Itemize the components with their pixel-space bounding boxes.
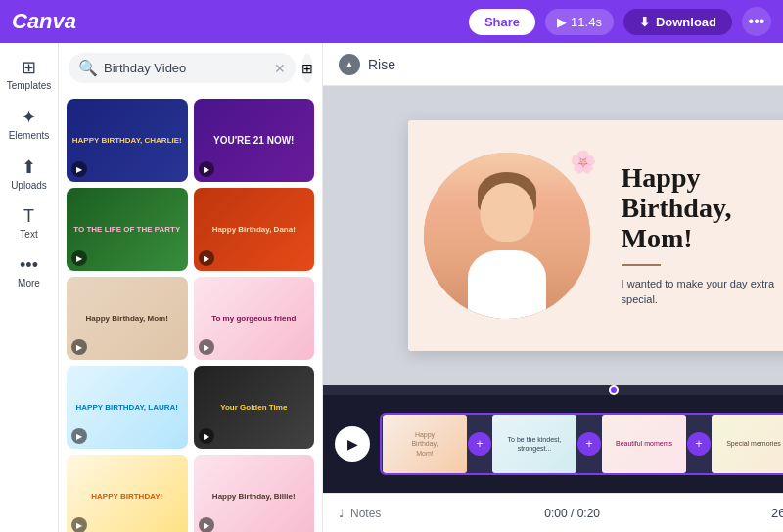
template-card[interactable]: Happy Birthday, Mom! ▶ [67,277,188,360]
play-indicator: ▶ [71,161,87,177]
play-indicator: ▶ [199,250,214,266]
filter-button[interactable]: ⊞ [301,54,313,83]
timeline-area: ▶ HappyBirthday,Mom! + To be the kindest… [323,385,783,493]
play-indicator: ▶ [71,339,87,355]
frame-preview-2: To be the kindest, strongest... [492,415,576,473]
template-card[interactable]: To my gorgeous friend ▶ [194,277,315,360]
play-indicator: ▶ [199,428,214,444]
timer-button[interactable]: ▶ 11.4s [545,9,614,35]
download-icon: ⬇ [639,15,650,29]
canvas-text-area: Happy Birthday, Mom! I wanted to make yo… [606,120,783,351]
timeline-frame-2[interactable]: To be the kindest, strongest... [491,415,577,473]
timer-value: 11.4s [571,15,602,29]
play-indicator: ▶ [71,428,87,444]
sidebar: ⊞ Templates ✦ Elements ⬆ Uploads T Text … [0,43,59,532]
sidebar-item-more[interactable]: ••• More [4,249,55,294]
filter-icon: ⊞ [301,61,313,76]
template-card[interactable]: HAPPY BIRTHDAY! ▶ [67,455,188,532]
download-button[interactable]: ⬇ Download [623,9,732,35]
clear-search-icon[interactable]: ✕ [274,61,286,76]
frame-preview-3: Beautiful moments [602,415,686,473]
timeline-controls: ▶ HappyBirthday,Mom! + To be the kindest… [323,395,783,493]
canvas-topbar-inner: ▲ Rise ＋ ⧉ 🗑 [339,50,783,78]
template-card[interactable]: Your Golden Time ▶ [194,366,315,449]
uploads-icon: ⬆ [22,156,36,178]
play-indicator: ▶ [71,517,87,532]
time-display: 0:00 / 0:20 [544,507,600,520]
sidebar-label-uploads: Uploads [11,180,47,191]
text-icon: T [23,206,34,227]
frame-preview-4: Special memories [712,415,783,473]
play-indicator: ▶ [199,517,214,532]
bottom-bar: ♩ Notes 0:00 / 0:20 26% ⊡ ⤢ ? [323,493,783,532]
template-grid: HAPPY BIRTHDAY, CHARLIE! ▶ YOU'RE 21 NOW… [59,93,322,532]
notes-section[interactable]: ♩ Notes [339,507,381,520]
canvas-content: 🌸 Happy Birthday, Mom! I wanted to make … [323,86,783,385]
search-input-wrap: 🔍 ✕ [69,53,296,83]
sidebar-label-templates: Templates [7,80,52,91]
play-button[interactable]: ▶ [335,426,370,462]
sidebar-label-elements: Elements [9,130,50,141]
template-card[interactable]: Happy Birthday, Dana! ▶ [194,188,315,271]
person-head [480,183,533,242]
canvas-heading: Happy Birthday, Mom! [622,163,783,253]
zoom-controls: 26% ⊡ ⤢ ? [763,501,783,525]
timeline-marker [609,385,619,395]
play-icon: ▶ [557,15,567,29]
share-button[interactable]: Share [469,9,535,35]
canvas-title-area: ▲ Rise [339,54,395,75]
canvas-title: Rise [368,57,395,72]
frame-separator-3: + [687,432,711,456]
notes-label: Notes [350,507,381,520]
template-card[interactable]: TO THE LIFE OF THE PARTY ▶ [67,188,188,271]
play-indicator: ▶ [71,250,87,266]
template-card[interactable]: HAPPY BIRTHDAY, LAURA! ▶ [67,366,188,449]
elements-icon: ✦ [22,107,36,128]
design-canvas[interactable]: 🌸 Happy Birthday, Mom! I wanted to make … [408,120,783,351]
timeline-strip[interactable]: HappyBirthday,Mom! + To be the kindest, … [380,413,783,475]
template-card[interactable]: Happy Birthday, Billie! ▶ [194,455,315,532]
canvas-divider [622,264,661,266]
search-bar: 🔍 ✕ ⊞ [59,43,322,93]
sidebar-item-templates[interactable]: ⊞ Templates [4,51,55,97]
canvas-area: ▲ Rise ＋ ⧉ 🗑 [323,43,783,532]
sidebar-item-text[interactable]: T Text [4,200,55,245]
flowers-decoration: 🌸 [570,150,596,175]
frame-preview-1: HappyBirthday,Mom! [383,415,467,473]
canvas-subtext: I wanted to make your day extra special. [622,276,778,308]
rise-indicator: ▲ [339,54,360,75]
more-options-button[interactable]: ••• [742,7,771,36]
time-current-display: 0:00 / 0:20 [544,507,600,520]
more-icon: ••• [20,255,38,276]
sidebar-item-uploads[interactable]: ⬆ Uploads [4,151,55,197]
canvas-photo-area: 🌸 [408,120,606,351]
top-bar: Canva Share ▶ 11.4s ⬇ Download ••• [0,0,783,43]
timeline-frame-1[interactable]: HappyBirthday,Mom! [382,415,468,473]
sidebar-label-more: More [18,278,40,288]
frame-separator-1: + [468,432,491,456]
canvas-topbar: ▲ Rise ＋ ⧉ 🗑 [323,43,783,86]
frame-separator-2: + [577,432,601,456]
play-indicator: ▶ [199,161,214,177]
person-body [468,250,546,319]
person-photo [424,153,590,319]
photo-circle [424,153,590,319]
timeline-frame-4[interactable]: Special memories [711,415,783,473]
rise-icon: ▲ [345,59,354,69]
search-icon: 🔍 [78,59,98,77]
search-input[interactable] [104,61,268,75]
template-card[interactable]: YOU'RE 21 NOW! ▶ [194,99,315,182]
topbar-left: Canva [12,9,76,34]
sidebar-item-elements[interactable]: ✦ Elements [4,101,55,147]
main-area: ⊞ Templates ✦ Elements ⬆ Uploads T Text … [0,43,783,532]
templates-icon: ⊞ [22,57,36,78]
play-icon: ▶ [347,436,358,452]
template-card[interactable]: HAPPY BIRTHDAY, CHARLIE! ▶ [67,99,188,182]
play-indicator: ▶ [199,339,214,355]
sidebar-label-text: Text [20,229,37,240]
timeline-frame-3[interactable]: Beautiful moments [601,415,687,473]
zoom-level-button[interactable]: 26% [763,503,783,523]
topbar-right: Share ▶ 11.4s ⬇ Download ••• [469,7,771,36]
notes-icon: ♩ [339,507,345,520]
template-panel: 🔍 ✕ ⊞ HAPPY BIRTHDAY, CHARLIE! ▶ YOU'RE … [59,43,323,532]
